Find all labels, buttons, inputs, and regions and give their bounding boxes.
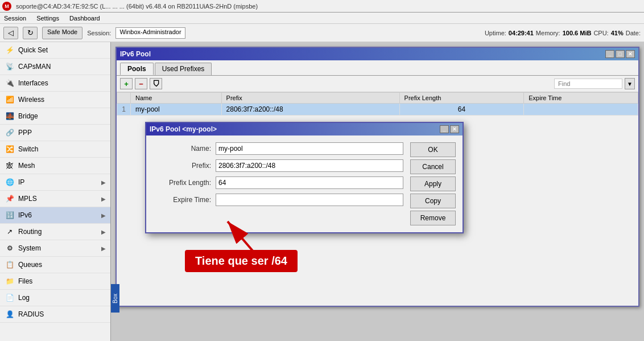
refresh-button[interactable]: ↻ <box>23 27 38 39</box>
cpu-label: CPU: <box>593 30 608 36</box>
sidebar-item-capsman[interactable]: 📡 CAPsMAN <box>0 59 110 75</box>
ppp-icon: 🔗 <box>5 128 15 138</box>
interfaces-icon: 🔌 <box>5 78 15 88</box>
bridge-icon: 🌉 <box>5 111 15 121</box>
sidebar-item-label: Files <box>18 277 32 285</box>
uptime-label: Uptime: <box>485 30 506 36</box>
copy-button[interactable]: Copy <box>410 194 456 208</box>
back-button[interactable]: ◁ <box>3 27 18 39</box>
wireless-icon: 📶 <box>5 95 15 105</box>
sidebar-item-label: PPP <box>18 129 32 137</box>
sidebar-item-label: Switch <box>18 145 38 153</box>
field-row-prefix-length: Prefix Length: <box>153 176 403 189</box>
memory-value: 100.6 MiB <box>563 30 592 36</box>
sidebar-item-system[interactable]: ⚙ System ▶ <box>0 240 110 257</box>
date-label: Date: <box>626 30 641 36</box>
sidebar-item-files[interactable]: 📁 Files <box>0 273 110 290</box>
expire-time-label: Expire Time: <box>153 196 216 204</box>
sidebar-item-ip[interactable]: 🌐 IP ▶ <box>0 174 110 191</box>
capsman-icon: 📡 <box>5 61 15 72</box>
app-title: soporte@C4:AD:34:7E:92:5C (L... ... ... … <box>16 3 258 10</box>
sidebar: ⚡ Quick Set 📡 CAPsMAN 🔌 Interfaces 📶 Wir… <box>0 42 111 341</box>
sidebar-item-label: Interfaces <box>18 79 48 87</box>
system-icon: ⚙ <box>5 243 15 253</box>
sidebar-item-mpls[interactable]: 📌 MPLS ▶ <box>0 191 110 207</box>
dialog-overlay: IPv6 Pool <my-pool> _ ✕ Name: Prefix: <box>111 42 644 341</box>
name-label: Name: <box>153 145 216 153</box>
sidebar-item-label: CAPsMAN <box>18 63 51 71</box>
dialog-buttons: OK Cancel Apply Copy Remove <box>410 142 456 225</box>
sidebar-item-label: Queues <box>18 261 42 269</box>
sidebar-item-bridge[interactable]: 🌉 Bridge <box>0 108 110 125</box>
prefix-length-label: Prefix Length: <box>153 179 216 187</box>
ok-button[interactable]: OK <box>410 142 456 157</box>
system-arrow: ▶ <box>101 245 106 252</box>
cancel-button[interactable]: Cancel <box>410 159 456 174</box>
menu-dashboard[interactable]: Dashboard <box>68 14 102 22</box>
dialog-window-controls: _ ✕ <box>440 125 459 133</box>
main-layout: ⚡ Quick Set 📡 CAPsMAN 🔌 Interfaces 📶 Wir… <box>0 42 644 341</box>
quick-set-icon: ⚡ <box>5 45 15 55</box>
sidebar-item-label: System <box>18 244 41 252</box>
remove-button[interactable]: Remove <box>410 211 456 225</box>
menu-bar: Session Settings Dashboard <box>0 13 644 24</box>
files-icon: 📁 <box>5 276 15 286</box>
queues-icon: 📋 <box>5 260 15 270</box>
sidebar-item-label: Wireless <box>18 96 44 104</box>
log-icon: 📄 <box>5 293 15 303</box>
dialog-title: IPv6 Pool <my-pool> <box>150 125 217 133</box>
field-row-prefix: Prefix: <box>153 159 403 172</box>
sidebar-item-radius[interactable]: 👤 RADIUS <box>0 306 110 323</box>
ipv6-icon: 🔢 <box>5 210 15 220</box>
status-bar-right: Uptime: 04:29:41 Memory: 100.6 MiB CPU: … <box>485 30 641 36</box>
dialog-minimize-button[interactable]: _ <box>440 125 449 133</box>
sidebar-item-mesh[interactable]: 🕸 Mesh <box>0 158 110 174</box>
radius-icon: 👤 <box>5 309 15 319</box>
sidebar-item-wireless[interactable]: 📶 Wireless <box>0 92 110 108</box>
safe-mode-button[interactable]: Safe Mode <box>42 27 82 39</box>
app-logo: M <box>2 2 11 11</box>
mpls-icon: 📌 <box>5 194 15 204</box>
sidebar-item-label: Bridge <box>18 112 38 120</box>
switch-icon: 🔀 <box>5 144 15 154</box>
prefix-input[interactable] <box>216 159 403 172</box>
ipv6-arrow: ▶ <box>101 212 106 219</box>
expire-time-input[interactable] <box>216 194 403 206</box>
sidebar-item-ipv6[interactable]: 🔢 IPv6 ▶ <box>0 207 110 224</box>
dialog-fields: Name: Prefix: Prefix Length: Expire <box>153 142 403 225</box>
sidebar-item-log[interactable]: 📄 Log <box>0 290 110 306</box>
cpu-value: 41% <box>611 30 624 36</box>
dialog-titlebar: IPv6 Pool <my-pool> _ ✕ <box>146 123 463 135</box>
routing-arrow: ▶ <box>101 229 106 235</box>
ipv6-dialog: IPv6 Pool <my-pool> _ ✕ Name: Prefix: <box>145 122 464 233</box>
sidebar-item-ppp[interactable]: 🔗 PPP <box>0 125 110 141</box>
sidebar-item-switch[interactable]: 🔀 Switch <box>0 141 110 158</box>
sidebar-item-queues[interactable]: 📋 Queues <box>0 257 110 273</box>
apply-button[interactable]: Apply <box>410 176 456 191</box>
name-input[interactable] <box>216 142 403 155</box>
menu-settings[interactable]: Settings <box>35 14 61 22</box>
menu-session[interactable]: Session <box>2 14 28 22</box>
ip-arrow: ▶ <box>101 179 106 186</box>
session-label: Session: <box>87 30 111 36</box>
mpls-arrow: ▶ <box>101 196 106 202</box>
dialog-body: Name: Prefix: Prefix Length: Expire <box>146 135 463 232</box>
sidebar-item-label: Log <box>18 294 30 302</box>
sidebar-item-label: Mesh <box>18 162 35 170</box>
uptime-value: 04:29:41 <box>509 30 534 36</box>
prefix-label: Prefix: <box>153 162 216 170</box>
sidebar-item-label: IPv6 <box>18 211 32 219</box>
sidebar-item-routing[interactable]: ↗ Routing ▶ <box>0 224 110 240</box>
content-area: IPv6 Pool _ □ ✕ Pools Used Prefixes + − … <box>111 42 644 341</box>
session-value: Winbox-Administrador <box>115 27 185 39</box>
sidebar-item-quick-set[interactable]: ⚡ Quick Set <box>0 42 110 59</box>
sidebar-item-label: RADIUS <box>18 310 44 318</box>
field-row-name: Name: <box>153 142 403 155</box>
sidebar-item-label: Quick Set <box>18 46 48 54</box>
prefix-length-input[interactable] <box>216 176 403 189</box>
routing-icon: ↗ <box>5 227 15 237</box>
sidebar-item-label: MPLS <box>18 195 37 203</box>
dialog-close-button[interactable]: ✕ <box>450 125 459 133</box>
sidebar-item-interfaces[interactable]: 🔌 Interfaces <box>0 75 110 92</box>
field-row-expire-time: Expire Time: <box>153 194 403 206</box>
